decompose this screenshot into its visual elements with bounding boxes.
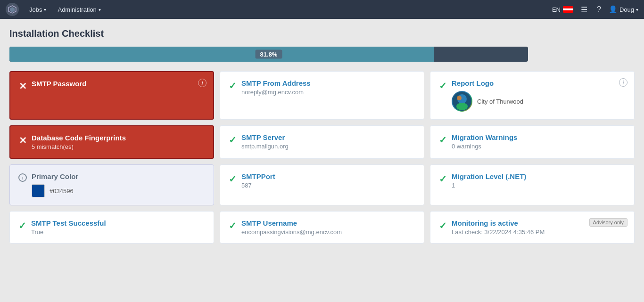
card-db-subtitle: 5 mismatch(es) xyxy=(32,143,126,150)
card-report-logo-subtitle: City of Thurwood xyxy=(477,98,523,105)
app-logo[interactable] xyxy=(6,3,19,16)
page-title: Installation Checklist xyxy=(9,28,635,39)
help-icon[interactable]: ? xyxy=(595,3,603,16)
card-migration-warnings: ✓ Migration Warnings 0 warnings xyxy=(430,125,635,159)
check-icon: ✓ xyxy=(18,220,26,231)
card-smtp-username: ✓ SMTP Username encompassingvisions@mg.e… xyxy=(220,211,424,244)
card-primary-color-title: Primary Color xyxy=(32,172,78,180)
card-monitoring-active: ✓ Monitoring is active Last check: 3/22/… xyxy=(430,211,635,244)
card-mig-level-subtitle: 1 xyxy=(452,182,526,189)
svg-marker-1 xyxy=(10,7,15,12)
info-icon[interactable]: i xyxy=(198,79,206,87)
card-monitoring-title: Monitoring is active xyxy=(452,219,545,227)
user-avatar-icon: 👤 xyxy=(609,5,618,14)
jobs-chevron-icon: ▾ xyxy=(44,7,46,12)
card-smtp-user-title: SMTP Username xyxy=(241,219,342,227)
progress-fill xyxy=(9,47,434,62)
card-smtp-password-title: SMTP Password xyxy=(32,80,86,88)
card-db-title: Database Code Fingerprints xyxy=(32,134,126,142)
check-icon: ✓ xyxy=(439,134,447,146)
check-icon: ✓ xyxy=(229,173,237,185)
card-smtp-password: ✕ SMTP Password i xyxy=(9,71,214,120)
card-smtp-test: ✓ SMTP Test Successful True xyxy=(9,211,214,244)
user-chevron-icon: ▾ xyxy=(636,7,638,12)
check-icon: ✓ xyxy=(439,80,447,91)
card-smtp-from-address: ✓ SMTP From Address noreply@mg.encv.com xyxy=(220,71,424,120)
card-db-fingerprints: ✕ Database Code Fingerprints 5 mismatch(… xyxy=(9,125,214,159)
card-smtp-port-subtitle: 587 xyxy=(241,182,275,189)
check-icon: ✓ xyxy=(229,220,237,231)
cards-grid: ✕ SMTP Password i ✓ SMTP From Address no… xyxy=(9,71,635,244)
svg-point-4 xyxy=(456,103,468,110)
card-mig-warnings-subtitle: 0 warnings xyxy=(452,143,517,150)
card-smtp-server: ✓ SMTP Server smtp.mailgun.org xyxy=(220,125,424,159)
card-smtp-server-title: SMTP Server xyxy=(241,133,289,141)
card-mig-level-title: Migration Level (.NET) xyxy=(452,172,526,180)
card-report-logo-title: Report Logo xyxy=(452,79,523,87)
card-mig-warnings-title: Migration Warnings xyxy=(452,133,517,141)
card-smtp-user-subtitle: encompassingvisions@mg.encv.com xyxy=(241,229,342,236)
check-icon: ✓ xyxy=(229,80,237,91)
x-icon: ✕ xyxy=(19,81,27,92)
card-primary-color: i Primary Color #034596 xyxy=(9,164,214,205)
info-icon[interactable]: i xyxy=(619,78,627,87)
advisory-badge: Advisory only xyxy=(589,218,627,227)
jobs-menu[interactable]: Jobs ▾ xyxy=(25,4,51,15)
info-circle-icon: i xyxy=(18,173,27,182)
check-icon: ✓ xyxy=(229,134,237,146)
report-logo-image xyxy=(452,91,472,112)
card-migration-level: ✓ Migration Level (.NET) 1 xyxy=(430,164,635,205)
progress-bar-container: 81.8% xyxy=(9,47,528,62)
card-smtp-from-subtitle: noreply@mg.encv.com xyxy=(241,89,311,96)
page-content: Installation Checklist 81.8% ✕ SMTP Pass… xyxy=(0,19,644,253)
navbar: Jobs ▾ Administration ▾ EN ☰ ? 👤 Doug ▾ xyxy=(0,0,644,19)
color-swatch-box xyxy=(32,184,45,197)
card-smtp-from-title: SMTP From Address xyxy=(241,79,311,87)
card-smtp-port: ✓ SMTPPort 587 xyxy=(220,164,424,205)
user-menu[interactable]: 👤 Doug ▾ xyxy=(609,5,638,14)
x-icon: ✕ xyxy=(19,135,27,146)
svg-point-5 xyxy=(457,96,462,100)
check-icon: ✓ xyxy=(439,220,447,231)
card-smtp-test-title: SMTP Test Successful xyxy=(31,219,106,227)
navbar-right: EN ☰ ? 👤 Doug ▾ xyxy=(552,3,638,16)
menu-lines-icon[interactable]: ☰ xyxy=(579,3,589,16)
flag-icon xyxy=(563,6,573,13)
card-monitoring-subtitle: Last check: 3/22/2024 4:35:46 PM xyxy=(452,229,545,236)
navbar-left: Jobs ▾ Administration ▾ xyxy=(6,3,106,16)
administration-chevron-icon: ▾ xyxy=(99,7,101,12)
card-smtp-test-subtitle: True xyxy=(31,229,106,236)
card-smtp-server-subtitle: smtp.mailgun.org xyxy=(241,143,289,150)
card-report-logo: ✓ Report Logo City of Thu xyxy=(430,71,635,120)
color-value-label: #034596 xyxy=(50,188,74,195)
progress-label: 81.8% xyxy=(256,50,282,59)
check-icon: ✓ xyxy=(439,173,447,185)
administration-menu[interactable]: Administration ▾ xyxy=(53,4,105,15)
card-smtp-port-title: SMTPPort xyxy=(241,172,275,180)
language-selector[interactable]: EN xyxy=(552,6,573,13)
